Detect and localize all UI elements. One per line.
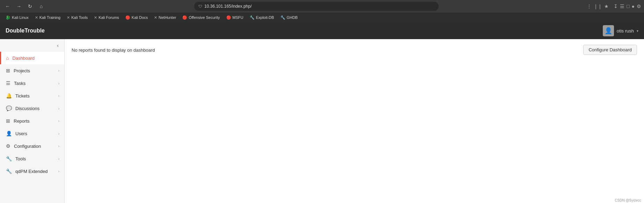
sidebar-item-left-configuration: ⚙ Configuration <box>6 143 41 149</box>
configure-dashboard-button[interactable]: Configure Dashboard <box>583 45 637 55</box>
tickets-chevron: › <box>58 94 59 98</box>
bookmark-offensive-security[interactable]: 🔴Offensive Security <box>180 15 222 21</box>
bookmarks-bar: 🐉Kali Linux✕Kali Training✕Kali Tools✕Kal… <box>0 13 644 22</box>
settings-icon[interactable]: ⚙ <box>637 3 641 9</box>
sidebar: ‹ ⌂ Dashboard ⊞ Projects › ☰ Tasks › 🔔 T… <box>0 39 65 203</box>
sidebar-label-reports: Reports <box>14 118 30 124</box>
tasks-chevron: › <box>58 81 59 85</box>
profile-icon[interactable]: ● <box>632 3 635 9</box>
app-container: DoubleTrouble 👤 otis rush ▾ ‹ ⌂ Dashboar… <box>0 22 644 203</box>
qdpm-extended-icon: 🔧 <box>6 168 12 174</box>
user-dropdown-arrow: ▾ <box>637 29 638 33</box>
discussions-chevron: › <box>58 107 59 110</box>
main-content: Configure Dashboard No reports found to … <box>65 39 644 203</box>
tools-icon: 🔧 <box>6 156 12 161</box>
projects-icon: ⊞ <box>6 68 10 73</box>
bookmark-kali-training[interactable]: ✕Kali Training <box>32 15 64 21</box>
sidebar-item-left-tickets: 🔔 Tickets <box>6 93 30 99</box>
sidebar-toggle: ‹ <box>0 39 64 52</box>
address-bar[interactable]: 🛡 10.36.101.165/index.php/ <box>194 2 439 11</box>
bookmark-kali-forums[interactable]: ✕Kali Forums <box>91 15 122 21</box>
sidebar-item-reports[interactable]: ⊞ Reports › <box>0 115 64 127</box>
browser-chrome: ← → ↻ ⌂ 🛡 10.36.101.165/index.php/ ⋮ ❘❘ … <box>0 0 644 22</box>
sidebar-item-left-tasks: ☰ Tasks <box>6 80 25 86</box>
offensive-security-label: Offensive Security <box>189 15 220 20</box>
sidebar-label-dashboard: Dashboard <box>12 56 35 61</box>
sidebar-item-left-discussions: 💬 Discussions <box>6 106 39 111</box>
user-menu[interactable]: 👤 otis rush ▾ <box>603 25 638 36</box>
projects-chevron: › <box>58 69 59 73</box>
bookmark-kali-tools[interactable]: ✕Kali Tools <box>64 15 90 21</box>
browser-toolbar: ← → ↻ ⌂ 🛡 10.36.101.165/index.php/ ⋮ ❘❘ … <box>0 0 644 13</box>
sidebar-item-tools[interactable]: 🔧 Tools › <box>0 152 64 165</box>
bookmark-ghdb[interactable]: 🔧GHDB <box>278 15 301 21</box>
sidebar-item-users[interactable]: 👤 Users › <box>0 127 64 140</box>
sidebar-label-tickets: Tickets <box>15 93 30 99</box>
sidebar-item-left-tools: 🔧 Tools <box>6 156 26 161</box>
nav-buttons: ← → ↻ ⌂ <box>3 1 46 11</box>
users-chevron: › <box>58 132 59 136</box>
kali-tools-label: Kali Tools <box>71 15 88 20</box>
forward-button[interactable]: → <box>14 1 24 11</box>
more-options-icon[interactable]: ⋮ <box>587 3 592 9</box>
app-header: DoubleTrouble 👤 otis rush ▾ <box>0 22 644 39</box>
offensive-security-icon: 🔴 <box>182 15 187 20</box>
configuration-icon: ⚙ <box>6 143 10 149</box>
reports-chevron: › <box>58 119 59 123</box>
no-reports-message: No reports found to display on dashboard <box>72 48 637 53</box>
bookmark-msfu[interactable]: 🔴MSFU <box>224 15 246 21</box>
sidebar-item-configuration[interactable]: ⚙ Configuration › <box>0 140 64 152</box>
footer: CSDN @Syizecc <box>612 198 644 203</box>
kali-training-label: Kali Training <box>39 15 61 20</box>
library-icon[interactable]: ☰ <box>620 3 624 9</box>
kali-docs-label: Kali Docs <box>132 15 148 20</box>
footer-text: CSDN @Syizecc <box>615 198 641 202</box>
kali-docs-icon: 🔴 <box>125 15 130 20</box>
kali-forums-icon: ✕ <box>94 15 97 20</box>
sidebar-label-users: Users <box>15 131 27 136</box>
app-logo: DoubleTrouble <box>6 28 45 34</box>
bookmark-exploit-db[interactable]: 🔧Exploit-DB <box>247 15 277 21</box>
avatar: 👤 <box>603 25 614 36</box>
browser-actions: ⋮ ❘❘ ★ <box>587 3 609 9</box>
exploit-db-icon: 🔧 <box>250 15 255 20</box>
bookmark-icon[interactable]: ★ <box>604 3 609 9</box>
window-icon[interactable]: □ <box>627 3 629 9</box>
sidebar-label-discussions: Discussions <box>15 106 39 111</box>
browser-right-actions: ↧ ☰ □ ● ⚙ <box>614 3 641 9</box>
security-icon: 🛡 <box>198 4 202 8</box>
sidebar-nav: ⌂ Dashboard ⊞ Projects › ☰ Tasks › 🔔 Tic… <box>0 52 64 177</box>
sidebar-item-left-users: 👤 Users <box>6 131 27 136</box>
ghdb-label: GHDB <box>287 15 298 20</box>
sidebar-item-projects[interactable]: ⊞ Projects › <box>0 64 64 77</box>
configuration-chevron: › <box>58 144 59 148</box>
reload-button[interactable]: ↻ <box>25 1 35 11</box>
exploit-db-label: Exploit-DB <box>256 15 274 20</box>
sidebar-item-tickets[interactable]: 🔔 Tickets › <box>0 89 64 102</box>
sidebar-item-qdpm-extended[interactable]: 🔧 qdPM Extended › <box>0 165 64 177</box>
home-button[interactable]: ⌂ <box>36 1 46 11</box>
bookmark-kali-linux[interactable]: 🐉Kali Linux <box>3 15 31 21</box>
sidebar-item-left-qdpm-extended: 🔧 qdPM Extended <box>6 168 48 174</box>
kali-forums-label: Kali Forums <box>98 15 119 20</box>
bookmark-kali-docs[interactable]: 🔴Kali Docs <box>123 15 151 21</box>
tools-chevron: › <box>58 157 59 161</box>
sidebar-item-left-projects: ⊞ Projects <box>6 68 30 73</box>
reports-icon: ⊞ <box>6 118 10 124</box>
sidebar-label-qdpm-extended: qdPM Extended <box>15 169 48 174</box>
pocket-icon[interactable]: ❘❘ <box>594 3 602 9</box>
bookmark-nethunter[interactable]: ✕NetHunter <box>151 15 179 21</box>
sidebar-item-tasks[interactable]: ☰ Tasks › <box>0 77 64 89</box>
sidebar-collapse-button[interactable]: ‹ <box>55 42 61 49</box>
user-name: otis rush <box>617 28 634 34</box>
msfu-icon: 🔴 <box>226 15 231 20</box>
sidebar-label-configuration: Configuration <box>14 144 41 149</box>
back-button[interactable]: ← <box>3 1 13 11</box>
kali-linux-label: Kali Linux <box>12 15 29 20</box>
sidebar-item-left-dashboard: ⌂ Dashboard <box>6 55 35 61</box>
sidebar-label-tasks: Tasks <box>14 81 25 86</box>
sidebar-item-discussions[interactable]: 💬 Discussions › <box>0 102 64 115</box>
sidebar-item-dashboard[interactable]: ⌂ Dashboard <box>0 52 64 64</box>
discussions-icon: 💬 <box>6 106 12 111</box>
download-icon[interactable]: ↧ <box>614 3 618 9</box>
